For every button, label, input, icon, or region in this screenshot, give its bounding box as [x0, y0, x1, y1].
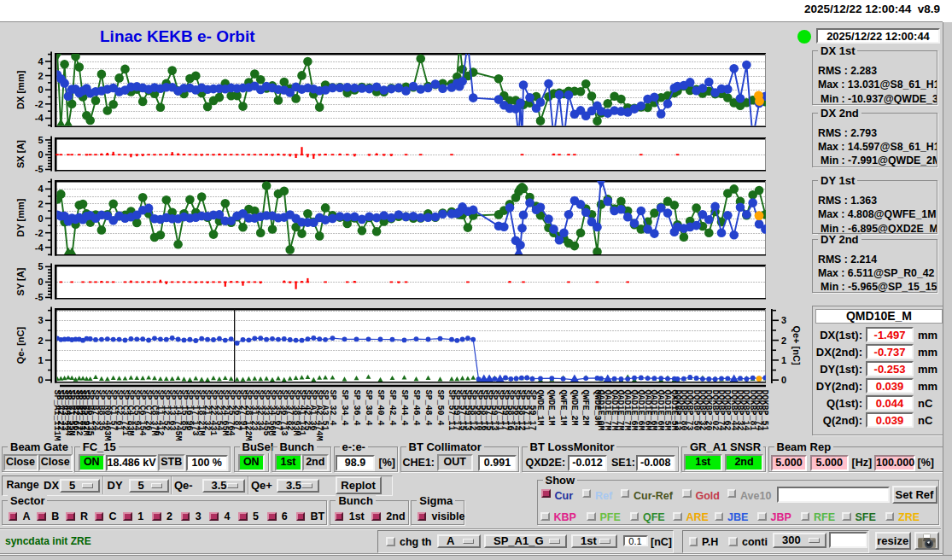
svg-text:-2: -2 — [35, 228, 44, 238]
svg-text:SP_50_4: SP_50_4 — [435, 390, 445, 426]
svg-text:3: 3 — [781, 315, 786, 325]
svg-text:SP_38_4: SP_38_4 — [364, 390, 373, 426]
svg-text:-5: -5 — [35, 292, 44, 302]
svg-text:2: 2 — [38, 199, 43, 209]
svg-text:4: 4 — [38, 56, 44, 67]
svg-text:DY [mm]: DY [mm] — [15, 198, 26, 236]
svg-text:DX [mm]: DX [mm] — [15, 70, 26, 109]
svg-text:SY [A]: SY [A] — [15, 267, 26, 295]
svg-text:0: 0 — [38, 149, 43, 160]
svg-text:2: 2 — [38, 335, 43, 346]
svg-text:SP_40_4: SP_40_4 — [376, 390, 385, 426]
svg-text:-4: -4 — [35, 242, 44, 253]
svg-text:SP_48_4: SP_48_4 — [423, 390, 433, 426]
svg-text:1: 1 — [781, 355, 786, 365]
svg-text:QWDE_1M: QWDE_1M — [546, 390, 556, 426]
svg-text:0: 0 — [38, 85, 43, 95]
svg-text:QWFE_2M: QWFE_2M — [581, 390, 590, 426]
svg-text:0: 0 — [38, 375, 43, 385]
svg-text:SP_36_4: SP_36_4 — [352, 390, 361, 426]
svg-text:SP_32_4: SP_32_4 — [328, 390, 337, 426]
svg-text:5: 5 — [38, 135, 43, 145]
svg-text:5: 5 — [38, 261, 43, 271]
svg-text:DQKBP_51: DQKBP_51 — [760, 390, 769, 431]
svg-text:SP_42_4: SP_42_4 — [388, 390, 397, 426]
svg-text:2: 2 — [781, 335, 786, 346]
svg-text:0: 0 — [38, 213, 43, 224]
svg-text:-2: -2 — [35, 99, 44, 109]
svg-text:Qe+ [nC]: Qe+ [nC] — [791, 325, 802, 365]
svg-text:QWDE_2M: QWDE_2M — [569, 390, 579, 426]
svg-text:SP_34_4: SP_34_4 — [340, 390, 349, 426]
svg-text:-5: -5 — [35, 164, 44, 174]
svg-text:SP_44_4: SP_44_4 — [400, 390, 409, 426]
svg-text:1: 1 — [38, 355, 43, 365]
svg-text:4: 4 — [38, 184, 44, 194]
svg-text:-4: -4 — [35, 113, 44, 123]
svg-text:3: 3 — [38, 315, 43, 325]
svg-text:QWFE_1M: QWFE_1M — [558, 390, 568, 426]
svg-text:SP_46_4: SP_46_4 — [412, 390, 421, 426]
svg-text:SP_59_17: SP_59_17 — [528, 390, 537, 431]
svg-text:0: 0 — [781, 375, 786, 385]
svg-text:2: 2 — [38, 71, 43, 81]
svg-text:SX [A]: SX [A] — [15, 140, 26, 168]
svg-text:0: 0 — [38, 277, 43, 287]
svg-text:QWDE_1M: QWDE_1M — [535, 390, 545, 426]
svg-text:Qe- [nC]: Qe- [nC] — [15, 326, 26, 364]
